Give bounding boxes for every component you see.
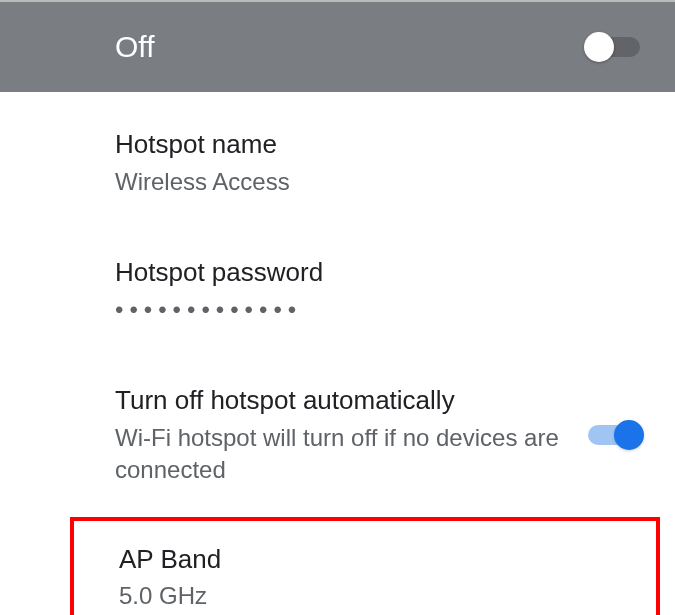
hotspot-password-value: ••••••••••••• bbox=[115, 296, 620, 324]
hotspot-name-row[interactable]: Hotspot name Wireless Access bbox=[115, 92, 640, 216]
hotspot-master-toggle[interactable] bbox=[588, 37, 640, 57]
ap-band-title: AP Band bbox=[119, 543, 616, 577]
auto-off-toggle[interactable] bbox=[588, 425, 640, 445]
hotspot-name-value: Wireless Access bbox=[115, 166, 620, 198]
hotspot-name-title: Hotspot name bbox=[115, 128, 620, 162]
ap-band-row[interactable]: AP Band 5.0 GHz bbox=[119, 521, 636, 615]
hotspot-status-header: Off bbox=[0, 2, 675, 92]
ap-band-value: 5.0 GHz bbox=[119, 580, 616, 612]
auto-off-subtitle: Wi-Fi hotspot will turn off if no device… bbox=[115, 422, 568, 487]
hotspot-password-row[interactable]: Hotspot password ••••••••••••• bbox=[115, 216, 640, 342]
hotspot-password-title: Hotspot password bbox=[115, 256, 620, 290]
auto-off-row[interactable]: Turn off hotspot automatically Wi-Fi hot… bbox=[115, 342, 640, 517]
auto-off-title: Turn off hotspot automatically bbox=[115, 384, 568, 418]
ap-band-highlight: AP Band 5.0 GHz bbox=[70, 517, 660, 615]
hotspot-status-label: Off bbox=[115, 30, 154, 64]
